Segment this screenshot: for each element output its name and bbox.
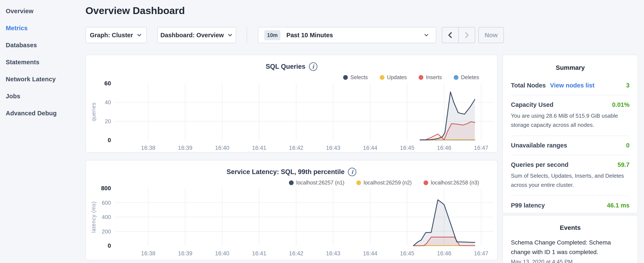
events-heading: Events xyxy=(511,224,630,231)
graph-scope-dropdown-label: Graph: Cluster xyxy=(90,32,133,39)
events-panel: Events Schema Change Completed: Schema c… xyxy=(502,215,638,263)
svg-text:0: 0 xyxy=(108,137,111,143)
svg-text:16:41: 16:41 xyxy=(252,145,266,151)
sidebar-item-advanced-debug[interactable]: Advanced Debug xyxy=(0,105,86,122)
page-title: Overview Dashboard xyxy=(86,5,185,16)
chevron-down-icon xyxy=(423,32,430,39)
divider xyxy=(511,136,630,136)
chevron-down-icon xyxy=(227,32,233,38)
summary-heading: Summary xyxy=(511,64,630,71)
svg-text:16:38: 16:38 xyxy=(141,145,156,151)
queries-per-second-label: Queries per second xyxy=(511,161,568,168)
divider xyxy=(511,95,630,95)
svg-text:16:47: 16:47 xyxy=(474,145,488,151)
service-latency-chart: 020040060080016:3816:3916:4016:4116:4216… xyxy=(86,160,498,261)
svg-text:16:41: 16:41 xyxy=(252,250,266,256)
svg-text:16:43: 16:43 xyxy=(326,145,340,151)
sidebar-item-network-latency[interactable]: Network Latency xyxy=(0,71,86,88)
queries-per-second-value: 59.7 xyxy=(618,161,630,168)
svg-text:16:43: 16:43 xyxy=(326,250,340,256)
queries-per-second-description: Sum of Selects, Updates, Inserts, and De… xyxy=(511,171,630,190)
sidebar: Overview Metrics Databases Statements Ne… xyxy=(0,0,86,122)
svg-text:60: 60 xyxy=(104,80,111,87)
svg-text:16:40: 16:40 xyxy=(215,145,230,151)
previous-time-window-button[interactable] xyxy=(442,28,459,43)
capacity-used-description: You are using 28.6 MiB of 515.9 GiB usab… xyxy=(511,111,630,130)
unavailable-ranges-value: 0 xyxy=(626,142,630,149)
p99-latency-value: 46.1 ms xyxy=(607,202,630,209)
dashboard-dropdown[interactable]: Dashboard: Overview xyxy=(157,27,236,43)
svg-text:16:39: 16:39 xyxy=(178,145,192,151)
svg-text:16:42: 16:42 xyxy=(289,145,304,151)
svg-text:16:40: 16:40 xyxy=(215,250,230,256)
sidebar-item-jobs[interactable]: Jobs xyxy=(0,88,86,105)
service-latency-chart-card: Service Latency: SQL, 99th percentile i … xyxy=(86,160,498,260)
view-nodes-list-link[interactable]: View nodes list xyxy=(550,82,594,89)
svg-text:600: 600 xyxy=(102,200,111,206)
svg-text:16:44: 16:44 xyxy=(363,145,378,151)
time-range-badge: 10m xyxy=(264,30,280,40)
svg-text:800: 800 xyxy=(101,185,111,191)
sql-queries-chart-card: SQL Queries i SelectsUpdatesInsertsDelet… xyxy=(86,55,498,153)
graph-scope-dropdown[interactable]: Graph: Cluster xyxy=(86,27,147,43)
svg-text:16:38: 16:38 xyxy=(141,250,156,256)
next-time-window-button[interactable] xyxy=(459,28,475,43)
svg-text:40: 40 xyxy=(105,99,111,106)
time-pager xyxy=(442,27,475,43)
event-message[interactable]: Schema Change Completed: Schema change w… xyxy=(511,238,630,257)
svg-text:16:46: 16:46 xyxy=(437,145,451,151)
time-range-label: Past 10 Minutes xyxy=(286,32,333,39)
now-button[interactable]: Now xyxy=(478,27,504,43)
svg-text:16:39: 16:39 xyxy=(178,250,192,256)
summary-panel: Summary Total Nodes View nodes list 3 Ca… xyxy=(502,55,638,213)
svg-text:queries: queries xyxy=(90,102,96,121)
svg-text:16:46: 16:46 xyxy=(437,250,451,256)
svg-text:16:45: 16:45 xyxy=(400,250,414,256)
svg-text:20: 20 xyxy=(105,118,111,124)
toolbar: Graph: Cluster Dashboard: Overview 10m P… xyxy=(86,27,519,43)
svg-text:16:44: 16:44 xyxy=(363,250,378,256)
dashboard-dropdown-label: Dashboard: Overview xyxy=(160,32,224,39)
divider xyxy=(511,155,630,155)
p99-latency-label: P99 latency xyxy=(511,202,545,209)
total-nodes-value: 3 xyxy=(626,82,630,89)
chevron-left-icon xyxy=(446,31,454,39)
chevron-right-icon xyxy=(463,31,470,39)
capacity-used-value: 0.01% xyxy=(612,101,630,108)
sidebar-item-overview[interactable]: Overview xyxy=(0,3,86,20)
toolbar-divider xyxy=(247,27,247,43)
sidebar-item-databases[interactable]: Databases xyxy=(0,37,86,54)
svg-text:latency (ms): latency (ms) xyxy=(90,201,96,233)
total-nodes-label: Total Nodes xyxy=(511,82,546,89)
svg-text:200: 200 xyxy=(102,228,111,235)
chevron-down-icon xyxy=(136,32,142,38)
svg-text:0: 0 xyxy=(108,242,111,249)
svg-text:16:42: 16:42 xyxy=(289,250,304,256)
sql-queries-chart: 020406016:3816:3916:4016:4116:4216:4316:… xyxy=(86,55,498,153)
sidebar-item-statements[interactable]: Statements xyxy=(0,54,86,71)
svg-text:16:47: 16:47 xyxy=(474,250,488,256)
divider xyxy=(511,195,630,196)
event-timestamp: May 13, 2020 at 4:45 PM xyxy=(511,258,630,263)
unavailable-ranges-label: Unavailable ranges xyxy=(511,142,567,149)
svg-text:400: 400 xyxy=(102,214,111,220)
sidebar-item-metrics[interactable]: Metrics xyxy=(0,20,86,37)
capacity-used-label: Capacity Used xyxy=(511,101,554,108)
svg-text:16:45: 16:45 xyxy=(400,145,414,151)
time-range-dropdown[interactable]: 10m Past 10 Minutes xyxy=(258,27,436,43)
